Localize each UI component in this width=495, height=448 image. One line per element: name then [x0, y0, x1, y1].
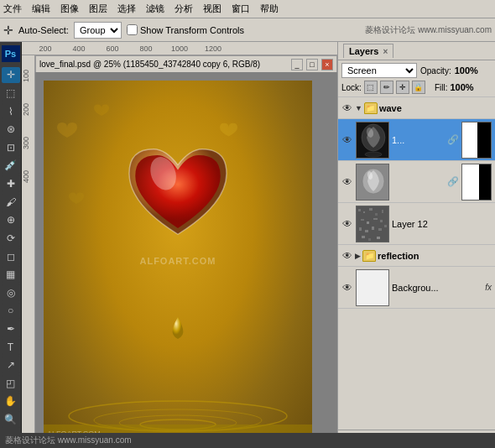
tools-panel: Ps ✛ ⬚ ⌇ ⊛ ⊡ 💉 ✚ 🖌 ⊕ ⟳ ◻ ▦ ◎ ○ ✒ T ↗ ◰ ✋…: [0, 42, 22, 448]
ruler-mark-1000: 1000: [163, 44, 196, 53]
ruler-vmark-1: 100: [22, 59, 34, 92]
zoom-tool[interactable]: 🔍: [2, 411, 20, 428]
layers-panel: Layers × Screen Normal Multiply Overlay …: [337, 42, 495, 448]
dodge-tool[interactable]: ○: [2, 303, 20, 320]
watermark: ALFOART.COM: [139, 256, 216, 266]
layer-name-background: Backgrou...: [392, 283, 482, 293]
eye-layer1[interactable]: 👁: [341, 134, 353, 146]
show-transform-label[interactable]: Show Transform Controls: [127, 24, 244, 35]
chain-icon-1[interactable]: 🔗: [447, 134, 459, 145]
blur-tool[interactable]: ◎: [2, 284, 20, 301]
layer-row-waterdrop2[interactable]: 👁 🔗: [338, 161, 495, 203]
layer-thumb-2: [356, 164, 389, 201]
lock-transparent-button[interactable]: ⬚: [364, 81, 378, 94]
lock-label: Lock:: [341, 83, 362, 92]
eye-background[interactable]: 👁: [341, 282, 353, 294]
wave-group-name: wave: [379, 103, 402, 113]
maximize-button[interactable]: □: [306, 59, 318, 70]
layer-mask-thumb-2: [461, 164, 492, 201]
menu-file[interactable]: 文件: [3, 3, 22, 15]
svg-rect-28: [365, 230, 368, 232]
layer-thumb-12: [356, 206, 389, 242]
fill-value[interactable]: 100%: [450, 82, 473, 92]
eraser-tool[interactable]: ◻: [2, 248, 20, 265]
autoselect-dropdown[interactable]: Group Layer: [74, 22, 122, 39]
minimize-button[interactable]: _: [291, 59, 303, 70]
menu-view[interactable]: 视图: [203, 3, 221, 15]
arrow-reflection[interactable]: ▶: [355, 252, 361, 260]
blend-mode-select[interactable]: Screen Normal Multiply Overlay: [341, 63, 417, 78]
arrow-wave[interactable]: ▼: [355, 104, 362, 112]
options-toolbar: ✛ Auto-Select: Group Layer Show Transfor…: [0, 18, 495, 42]
layer-row-background[interactable]: 👁 Backgrou... fx: [338, 267, 495, 309]
opacity-label: Opacity:: [420, 66, 451, 76]
ruler-mark-200: 200: [29, 44, 62, 53]
layer-row-waterdrop1[interactable]: 👁 1... 🔗: [338, 119, 495, 161]
layers-tab-close[interactable]: ×: [383, 47, 388, 56]
close-button[interactable]: ×: [321, 59, 333, 70]
svg-rect-34: [377, 237, 380, 239]
svg-rect-25: [373, 218, 378, 220]
main-area: Ps ✛ ⬚ ⌇ ⊛ ⊡ 💉 ✚ 🖌 ⊕ ⟳ ◻ ▦ ◎ ○ ✒ T ↗ ◰ ✋…: [0, 42, 495, 448]
eye-layer2[interactable]: 👁: [341, 176, 353, 188]
clone-tool[interactable]: ⊕: [2, 211, 20, 228]
eyedropper-tool[interactable]: 💉: [2, 158, 20, 175]
svg-point-9: [365, 152, 382, 157]
layer-name-1: 1...: [392, 135, 445, 145]
folder-reflection-icon: 📁: [362, 250, 376, 262]
menubar: 文件 编辑 图像 图层 选择 滤镜 分析 视图 窗口 帮助: [0, 0, 495, 18]
history-tool[interactable]: ⟳: [2, 230, 20, 247]
menu-image[interactable]: 图像: [60, 3, 79, 15]
pen-tool[interactable]: ✒: [2, 320, 20, 337]
layer-group-wave[interactable]: 👁 ▼ 📁 wave: [338, 97, 495, 119]
svg-rect-22: [382, 210, 383, 213]
chain-icon-2[interactable]: 🔗: [447, 176, 459, 187]
path-tool[interactable]: ↗: [2, 357, 20, 373]
menu-layer[interactable]: 图层: [89, 3, 107, 15]
layers-tab[interactable]: Layers ×: [343, 44, 393, 58]
healing-tool[interactable]: ✚: [2, 175, 20, 192]
svg-rect-32: [362, 236, 365, 238]
crop-tool[interactable]: ⊡: [2, 139, 20, 156]
lock-position-button[interactable]: ✛: [396, 81, 409, 94]
layer-group-reflection[interactable]: 👁 ▶ 📁 reflection: [338, 245, 495, 267]
svg-rect-24: [367, 221, 369, 224]
lock-all-button[interactable]: 🔒: [412, 81, 425, 94]
svg-rect-30: [378, 228, 382, 231]
move-tool[interactable]: ✛: [2, 67, 20, 84]
document-content[interactable]: ALFOART.COM ALFOART.COM: [35, 72, 337, 448]
menu-edit[interactable]: 编辑: [32, 3, 50, 15]
quick-select-tool[interactable]: ⊛: [2, 121, 20, 138]
gradient-tool[interactable]: ▦: [2, 266, 20, 283]
svg-rect-23: [361, 219, 364, 221]
menu-select[interactable]: 选择: [117, 3, 136, 15]
layer-row-12[interactable]: 👁: [338, 203, 495, 245]
lock-pixels-button[interactable]: ✏: [380, 81, 393, 94]
folder-wave-icon: 📁: [364, 102, 378, 114]
canvas-area: 200 400 600 800 1000 1200 100 200 300 40…: [22, 42, 337, 448]
eye-wave[interactable]: 👁: [341, 102, 353, 114]
hand-tool[interactable]: ✋: [2, 393, 20, 410]
lasso-tool[interactable]: ⌇: [2, 103, 20, 120]
ruler-vmark-4: 400: [22, 159, 34, 193]
site-text: 菱格设计论坛 www.missyuan.com: [365, 24, 492, 36]
menu-window[interactable]: 窗口: [232, 3, 250, 15]
marquee-tool[interactable]: ⬚: [2, 85, 20, 102]
document-titlebar: love_final.psd @ 25% (1185450_43742840 c…: [35, 55, 337, 72]
show-transform-checkbox[interactable]: [127, 24, 138, 35]
svg-rect-11: [477, 122, 492, 159]
menu-filter[interactable]: 滤镜: [146, 3, 164, 15]
eye-layer12[interactable]: 👁: [341, 218, 353, 230]
menu-help[interactable]: 帮助: [260, 3, 279, 15]
svg-rect-31: [384, 225, 387, 227]
brush-tool[interactable]: 🖌: [2, 194, 20, 211]
svg-rect-27: [359, 227, 362, 231]
opacity-value[interactable]: 100%: [455, 65, 478, 76]
layers-list: 👁 ▼ 📁 wave 👁 1... 🔗: [338, 97, 495, 430]
ruler-horizontal: 200 400 600 800 1000 1200: [22, 42, 337, 55]
menu-analyze[interactable]: 分析: [175, 3, 193, 15]
shape-tool[interactable]: ◰: [2, 375, 20, 392]
canvas-image: ALFOART.COM ALFOART.COM: [44, 81, 312, 441]
eye-reflection[interactable]: 👁: [341, 250, 353, 262]
type-tool[interactable]: T: [2, 339, 20, 356]
